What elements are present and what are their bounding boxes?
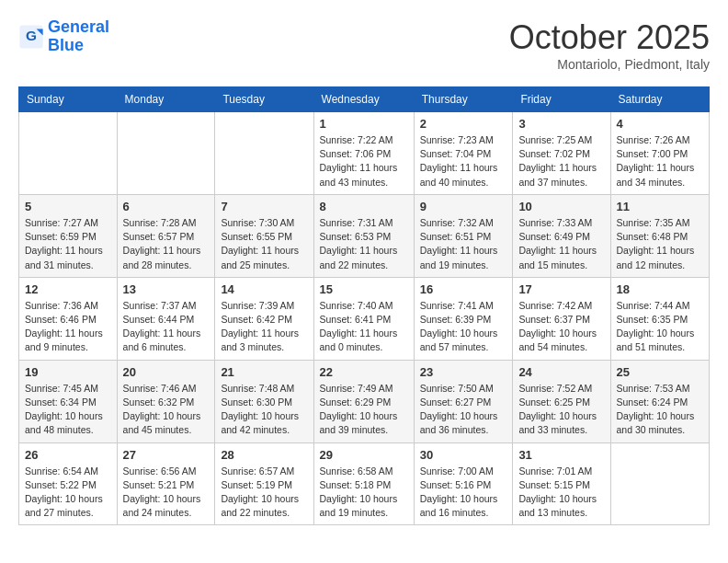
day-info: Sunrise: 7:30 AM Sunset: 6:55 PM Dayligh… <box>221 216 307 272</box>
day-info: Sunrise: 7:45 AM Sunset: 6:34 PM Dayligh… <box>25 382 111 438</box>
day-cell: 8Sunrise: 7:31 AM Sunset: 6:53 PM Daylig… <box>313 194 414 277</box>
day-cell: 10Sunrise: 7:33 AM Sunset: 6:49 PM Dayli… <box>513 194 610 277</box>
day-cell: 2Sunrise: 7:23 AM Sunset: 7:04 PM Daylig… <box>414 112 513 195</box>
day-cell <box>19 112 118 195</box>
day-cell: 4Sunrise: 7:26 AM Sunset: 7:00 PM Daylig… <box>610 112 709 195</box>
day-number: 18 <box>617 282 703 296</box>
day-info: Sunrise: 7:52 AM Sunset: 6:25 PM Dayligh… <box>518 382 604 438</box>
day-header-sunday: Sunday <box>19 87 118 112</box>
day-cell: 13Sunrise: 7:37 AM Sunset: 6:44 PM Dayli… <box>117 277 215 360</box>
days-header-row: SundayMondayTuesdayWednesdayThursdayFrid… <box>19 87 710 112</box>
day-info: Sunrise: 7:28 AM Sunset: 6:57 PM Dayligh… <box>123 216 210 272</box>
day-cell: 15Sunrise: 7:40 AM Sunset: 6:41 PM Dayli… <box>313 277 414 360</box>
week-row-3: 12Sunrise: 7:36 AM Sunset: 6:46 PM Dayli… <box>19 277 710 360</box>
day-number: 20 <box>123 365 210 379</box>
day-number: 6 <box>123 200 210 213</box>
day-info: Sunrise: 7:26 AM Sunset: 7:00 PM Dayligh… <box>617 133 703 190</box>
day-info: Sunrise: 7:35 AM Sunset: 6:48 PM Dayligh… <box>617 216 703 272</box>
day-info: Sunrise: 6:58 AM Sunset: 5:18 PM Dayligh… <box>320 465 408 521</box>
day-number: 15 <box>320 282 408 296</box>
location-subtitle: Montariolo, Piedmont, Italy <box>509 57 710 72</box>
day-info: Sunrise: 7:32 AM Sunset: 6:51 PM Dayligh… <box>420 216 507 272</box>
day-cell: 19Sunrise: 7:45 AM Sunset: 6:34 PM Dayli… <box>19 360 118 442</box>
day-cell: 25Sunrise: 7:53 AM Sunset: 6:24 PM Dayli… <box>610 360 709 442</box>
logo-line2: Blue <box>48 37 109 55</box>
day-cell: 14Sunrise: 7:39 AM Sunset: 6:42 PM Dayli… <box>215 277 313 360</box>
day-number: 23 <box>420 365 507 379</box>
day-info: Sunrise: 7:25 AM Sunset: 7:02 PM Dayligh… <box>518 133 604 190</box>
day-info: Sunrise: 7:01 AM Sunset: 5:15 PM Dayligh… <box>518 465 604 521</box>
day-number: 17 <box>518 282 604 296</box>
day-info: Sunrise: 7:49 AM Sunset: 6:29 PM Dayligh… <box>320 382 408 438</box>
day-header-monday: Monday <box>117 87 215 112</box>
day-number: 2 <box>420 117 507 131</box>
day-number: 16 <box>420 282 507 296</box>
day-number: 5 <box>25 200 111 213</box>
month-title: October 2025 <box>509 18 710 57</box>
day-cell: 23Sunrise: 7:50 AM Sunset: 6:27 PM Dayli… <box>414 360 513 442</box>
logo-text: General Blue <box>48 18 109 55</box>
day-info: Sunrise: 7:00 AM Sunset: 5:16 PM Dayligh… <box>420 465 507 521</box>
page-header: G General Blue October 2025 Montariolo, … <box>18 18 710 72</box>
logo-line1: General <box>48 17 109 36</box>
day-info: Sunrise: 7:33 AM Sunset: 6:49 PM Dayligh… <box>518 216 604 272</box>
day-number: 9 <box>420 200 507 213</box>
week-row-5: 26Sunrise: 6:54 AM Sunset: 5:22 PM Dayli… <box>19 442 710 525</box>
day-cell: 21Sunrise: 7:48 AM Sunset: 6:30 PM Dayli… <box>215 360 313 442</box>
day-cell: 27Sunrise: 6:56 AM Sunset: 5:21 PM Dayli… <box>117 442 215 525</box>
day-info: Sunrise: 7:44 AM Sunset: 6:35 PM Dayligh… <box>617 299 703 355</box>
title-block: October 2025 Montariolo, Piedmont, Italy <box>509 18 710 72</box>
day-info: Sunrise: 7:27 AM Sunset: 6:59 PM Dayligh… <box>25 216 111 272</box>
day-info: Sunrise: 7:22 AM Sunset: 7:06 PM Dayligh… <box>320 133 408 190</box>
day-cell: 29Sunrise: 6:58 AM Sunset: 5:18 PM Dayli… <box>313 442 414 525</box>
day-number: 26 <box>25 448 111 462</box>
day-number: 11 <box>617 200 703 213</box>
logo-icon: G <box>18 24 44 50</box>
day-header-thursday: Thursday <box>414 87 513 112</box>
day-cell <box>215 112 313 195</box>
day-number: 8 <box>320 200 408 213</box>
day-info: Sunrise: 7:23 AM Sunset: 7:04 PM Dayligh… <box>420 133 507 190</box>
day-cell: 22Sunrise: 7:49 AM Sunset: 6:29 PM Dayli… <box>313 360 414 442</box>
day-header-friday: Friday <box>513 87 610 112</box>
day-number: 19 <box>25 365 111 379</box>
logo: G General Blue <box>18 18 109 55</box>
day-cell: 24Sunrise: 7:52 AM Sunset: 6:25 PM Dayli… <box>513 360 610 442</box>
day-info: Sunrise: 7:39 AM Sunset: 6:42 PM Dayligh… <box>221 299 307 355</box>
day-number: 12 <box>25 282 111 296</box>
day-cell: 12Sunrise: 7:36 AM Sunset: 6:46 PM Dayli… <box>19 277 118 360</box>
day-info: Sunrise: 7:41 AM Sunset: 6:39 PM Dayligh… <box>420 299 507 355</box>
day-number: 13 <box>123 282 210 296</box>
day-info: Sunrise: 7:31 AM Sunset: 6:53 PM Dayligh… <box>320 216 408 272</box>
day-number: 4 <box>617 117 703 131</box>
day-number: 21 <box>221 365 307 379</box>
day-number: 30 <box>420 448 507 462</box>
day-header-saturday: Saturday <box>610 87 709 112</box>
day-number: 28 <box>221 448 307 462</box>
day-number: 3 <box>518 117 604 131</box>
day-cell: 18Sunrise: 7:44 AM Sunset: 6:35 PM Dayli… <box>610 277 709 360</box>
day-cell: 28Sunrise: 6:57 AM Sunset: 5:19 PM Dayli… <box>215 442 313 525</box>
day-info: Sunrise: 7:50 AM Sunset: 6:27 PM Dayligh… <box>420 382 507 438</box>
day-info: Sunrise: 7:53 AM Sunset: 6:24 PM Dayligh… <box>617 382 703 438</box>
day-number: 29 <box>320 448 408 462</box>
day-number: 25 <box>617 365 703 379</box>
day-cell: 9Sunrise: 7:32 AM Sunset: 6:51 PM Daylig… <box>414 194 513 277</box>
svg-text:G: G <box>26 28 37 43</box>
day-number: 27 <box>123 448 210 462</box>
day-number: 31 <box>518 448 604 462</box>
day-info: Sunrise: 6:57 AM Sunset: 5:19 PM Dayligh… <box>221 465 307 521</box>
day-cell: 17Sunrise: 7:42 AM Sunset: 6:37 PM Dayli… <box>513 277 610 360</box>
day-info: Sunrise: 7:46 AM Sunset: 6:32 PM Dayligh… <box>123 382 210 438</box>
week-row-2: 5Sunrise: 7:27 AM Sunset: 6:59 PM Daylig… <box>19 194 710 277</box>
day-info: Sunrise: 7:48 AM Sunset: 6:30 PM Dayligh… <box>221 382 307 438</box>
day-cell: 20Sunrise: 7:46 AM Sunset: 6:32 PM Dayli… <box>117 360 215 442</box>
day-cell: 3Sunrise: 7:25 AM Sunset: 7:02 PM Daylig… <box>513 112 610 195</box>
week-row-1: 1Sunrise: 7:22 AM Sunset: 7:06 PM Daylig… <box>19 112 710 195</box>
day-info: Sunrise: 7:42 AM Sunset: 6:37 PM Dayligh… <box>518 299 604 355</box>
day-info: Sunrise: 7:37 AM Sunset: 6:44 PM Dayligh… <box>123 299 210 355</box>
day-number: 14 <box>221 282 307 296</box>
day-cell: 16Sunrise: 7:41 AM Sunset: 6:39 PM Dayli… <box>414 277 513 360</box>
day-number: 7 <box>221 200 307 213</box>
day-number: 24 <box>518 365 604 379</box>
